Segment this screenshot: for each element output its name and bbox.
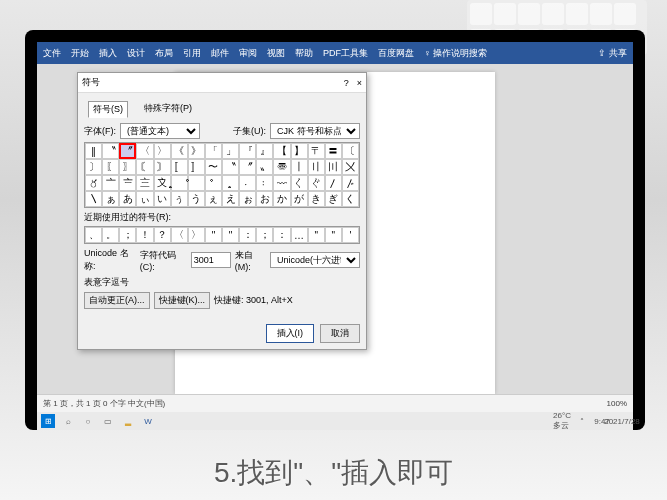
symbol-cell[interactable]: 「 bbox=[205, 143, 222, 159]
symbol-cell[interactable]: 〤 bbox=[342, 159, 359, 175]
symbol-cell[interactable]: 〘 bbox=[136, 159, 153, 175]
symbol-cell[interactable]: 〩 bbox=[154, 175, 171, 191]
recent-cell[interactable]: 。 bbox=[102, 227, 119, 243]
ribbon-tab[interactable]: 布局 bbox=[155, 47, 173, 60]
weather[interactable]: 26°C 多云 bbox=[555, 414, 569, 428]
symbol-cell[interactable]: ぃ bbox=[136, 191, 153, 207]
ribbon-tab[interactable]: 审阅 bbox=[239, 47, 257, 60]
symbol-cell[interactable]: 〬 bbox=[205, 175, 222, 191]
start-icon[interactable]: ⊞ bbox=[41, 414, 55, 428]
ribbon-tab[interactable]: 引用 bbox=[183, 47, 201, 60]
insert-button[interactable]: 插入(I) bbox=[266, 324, 315, 343]
symbol-cell[interactable]: 〛 bbox=[188, 159, 205, 175]
symbol-cell[interactable]: 〟 bbox=[256, 159, 273, 175]
explorer-icon[interactable]: ▂ bbox=[121, 414, 135, 428]
ribbon-tab[interactable]: PDF工具集 bbox=[323, 47, 368, 60]
recent-cell[interactable]: ？ bbox=[154, 227, 171, 243]
symbol-cell[interactable]: あ bbox=[119, 191, 136, 207]
recent-cell[interactable]: 、 bbox=[85, 227, 102, 243]
symbol-cell[interactable]: 〫 bbox=[188, 175, 205, 191]
symbol-cell[interactable]: 〞 bbox=[119, 143, 136, 159]
symbol-cell[interactable]: 〖 bbox=[102, 159, 119, 175]
recent-cell[interactable]: … bbox=[291, 227, 308, 243]
tab-special[interactable]: 特殊字符(P) bbox=[140, 101, 196, 118]
symbol-cell[interactable]: か bbox=[273, 191, 290, 207]
symbol-cell[interactable]: 〪 bbox=[171, 175, 188, 191]
date[interactable]: 2021/7/28 bbox=[615, 414, 629, 428]
symbol-cell[interactable]: 〠 bbox=[273, 159, 290, 175]
cortana-icon[interactable]: ○ bbox=[81, 414, 95, 428]
symbol-cell[interactable]: 〙 bbox=[154, 159, 171, 175]
taskview-icon[interactable]: ▭ bbox=[101, 414, 115, 428]
symbol-cell[interactable]: ぉ bbox=[239, 191, 256, 207]
symbol-cell[interactable]: 』 bbox=[256, 143, 273, 159]
symbol-cell[interactable]: 〉 bbox=[154, 143, 171, 159]
code-input[interactable] bbox=[191, 252, 231, 268]
cancel-button[interactable]: 取消 bbox=[320, 324, 360, 343]
symbol-cell[interactable]: ぎ bbox=[325, 191, 342, 207]
symbol-cell[interactable]: 〭 bbox=[222, 175, 239, 191]
symbol-grid[interactable]: ‖〝〞〈〉《》「」『』【】〒〓〔〕〖〗〘〙〚〛〜〝〞〟〠〡〢〣〤〥〦〧〨〩〪〫〬… bbox=[84, 142, 360, 208]
symbol-cell[interactable]: 〝 bbox=[222, 159, 239, 175]
symbol-cell[interactable]: 〚 bbox=[171, 159, 188, 175]
symbol-cell[interactable]: く bbox=[342, 191, 359, 207]
font-select[interactable]: (普通文本) bbox=[120, 123, 200, 139]
close-icon[interactable]: × bbox=[357, 78, 362, 88]
symbol-cell[interactable]: 〞 bbox=[239, 159, 256, 175]
symbol-cell[interactable]: が bbox=[291, 191, 308, 207]
symbol-cell[interactable]: ‖ bbox=[85, 143, 102, 159]
recent-cell[interactable]: ： bbox=[273, 227, 290, 243]
symbol-cell[interactable]: ぅ bbox=[171, 191, 188, 207]
ribbon-tab[interactable]: 视图 bbox=[267, 47, 285, 60]
symbol-cell[interactable]: 〲 bbox=[308, 175, 325, 191]
recent-cell[interactable]: " bbox=[205, 227, 222, 243]
search-icon[interactable]: ⌕ bbox=[61, 414, 75, 428]
symbol-cell[interactable]: 〓 bbox=[325, 143, 342, 159]
symbol-cell[interactable]: 〱 bbox=[291, 175, 308, 191]
symbol-cell[interactable]: 〝 bbox=[102, 143, 119, 159]
from-select[interactable]: Unicode(十六进制) bbox=[270, 252, 360, 268]
tab-symbols[interactable]: 符号(S) bbox=[88, 101, 128, 118]
symbol-cell[interactable]: 〒 bbox=[308, 143, 325, 159]
symbol-cell[interactable]: 〳 bbox=[325, 175, 342, 191]
symbol-cell[interactable]: う bbox=[188, 191, 205, 207]
recent-cell[interactable]: " bbox=[222, 227, 239, 243]
symbol-cell[interactable]: ぇ bbox=[205, 191, 222, 207]
recent-cell[interactable]: ： bbox=[239, 227, 256, 243]
tray-chevron-icon[interactable]: ˄ bbox=[575, 414, 589, 428]
symbol-cell[interactable]: 〗 bbox=[119, 159, 136, 175]
recent-cell[interactable]: ； bbox=[119, 227, 136, 243]
symbol-cell[interactable]: 〢 bbox=[308, 159, 325, 175]
recent-cell[interactable]: 〉 bbox=[188, 227, 205, 243]
word-icon[interactable]: W bbox=[141, 414, 155, 428]
symbol-cell[interactable]: 》 bbox=[188, 143, 205, 159]
symbol-cell[interactable]: お bbox=[256, 191, 273, 207]
ribbon-tab[interactable]: 设计 bbox=[127, 47, 145, 60]
symbol-cell[interactable]: え bbox=[222, 191, 239, 207]
search-hint[interactable]: ♀ 操作说明搜索 bbox=[424, 47, 487, 60]
symbol-cell[interactable]: 〴 bbox=[342, 175, 359, 191]
symbol-cell[interactable]: 〧 bbox=[119, 175, 136, 191]
symbol-cell[interactable]: 〥 bbox=[85, 175, 102, 191]
ribbon-tab[interactable]: 百度网盘 bbox=[378, 47, 414, 60]
status-zoom[interactable]: 100% bbox=[607, 399, 627, 408]
symbol-cell[interactable]: 〦 bbox=[102, 175, 119, 191]
symbol-cell[interactable]: 〵 bbox=[85, 191, 102, 207]
autocorrect-button[interactable]: 自动更正(A)... bbox=[84, 292, 150, 309]
share-button[interactable]: ⇪ 共享 bbox=[598, 47, 627, 60]
shortcut-button[interactable]: 快捷键(K)... bbox=[154, 292, 211, 309]
symbol-cell[interactable]: 〈 bbox=[136, 143, 153, 159]
symbol-cell[interactable]: 〕 bbox=[85, 159, 102, 175]
symbol-cell[interactable]: 『 bbox=[239, 143, 256, 159]
symbol-cell[interactable]: 〡 bbox=[291, 159, 308, 175]
ribbon-tab[interactable]: 插入 bbox=[99, 47, 117, 60]
symbol-cell[interactable]: 《 bbox=[171, 143, 188, 159]
symbol-cell[interactable]: 〔 bbox=[342, 143, 359, 159]
recent-cell[interactable]: ！ bbox=[136, 227, 153, 243]
symbol-cell[interactable]: 【 bbox=[273, 143, 290, 159]
symbol-cell[interactable]: 〮 bbox=[239, 175, 256, 191]
help-icon[interactable]: ? bbox=[344, 78, 349, 88]
ribbon-tab[interactable]: 邮件 bbox=[211, 47, 229, 60]
recent-grid[interactable]: 、。；！？〈〉""：；：…""' bbox=[84, 226, 360, 244]
subset-select[interactable]: CJK 符号和标点 bbox=[270, 123, 360, 139]
